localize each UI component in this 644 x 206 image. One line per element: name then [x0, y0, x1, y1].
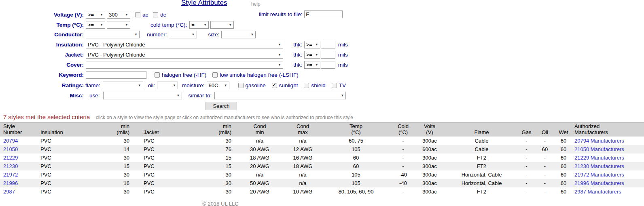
flame-select[interactable]: ▼: [103, 82, 143, 89]
style-number-link[interactable]: 21050: [3, 146, 18, 152]
table-row: 21050PVC14PVC7630 AWG12 AWG105-600acCabl…: [0, 145, 644, 153]
table-cell: 60: [322, 162, 390, 170]
table-cell: -: [390, 187, 416, 196]
keyword-label: Keyword:: [0, 72, 84, 78]
table-cell: n/a: [284, 137, 322, 145]
page: Style Attributes help Voltage (V): >=▼ 3…: [0, 0, 644, 206]
ratings-row: Ratings: flame: ▼ oil: ▼ moisture: 60C▼ …: [0, 81, 465, 89]
table-row: 20794PVC30PVC30n/an/a60, 75-300acCable--…: [0, 137, 644, 145]
manufacturers-link[interactable]: 21996 Manufacturers: [574, 180, 624, 186]
cover-select[interactable]: ▼: [86, 61, 283, 69]
table-cell: 14: [103, 145, 133, 153]
style-number-link[interactable]: 21229: [3, 155, 18, 161]
table-cell: 2987 Manufacturers: [570, 187, 644, 196]
table-cell: 21230: [0, 162, 38, 170]
cover-mils-label: mils: [338, 62, 348, 68]
use-select[interactable]: ▼: [103, 92, 182, 99]
manufacturers-link[interactable]: 21229 Manufacturers: [574, 155, 624, 161]
dc-checkbox[interactable]: [153, 12, 158, 17]
table-cell: 300ac: [416, 179, 443, 187]
cover-thk-op-select[interactable]: >=▼: [304, 61, 320, 69]
chevron-down-icon: ▼: [100, 13, 103, 17]
misc-row: Misc: use: ▼ similar to: ▼: [0, 91, 465, 99]
col-header: Jacket: [133, 122, 206, 137]
table-cell: 21050: [0, 145, 38, 153]
voltage-op-select[interactable]: >=▼: [86, 11, 105, 19]
sunlight-checkbox[interactable]: [272, 83, 277, 88]
chevron-down-icon: ▼: [203, 23, 207, 27]
style-number-link[interactable]: 2987: [3, 189, 15, 195]
insulation-thk-input[interactable]: [321, 41, 335, 48]
insulation-row: Insulation: PVC - Polyvinyl Chloride▼ th…: [0, 40, 465, 48]
limit-results-input[interactable]: [304, 11, 343, 18]
col-header: Condmax: [284, 122, 322, 137]
col-header: Temp(°C): [322, 122, 390, 137]
oil-label: oil:: [148, 82, 155, 88]
col-header: min(mils): [206, 122, 235, 137]
chevron-down-icon: ▼: [229, 23, 232, 27]
jacket-select[interactable]: PVC - Polyvinyl Chloride▼: [86, 51, 283, 59]
table-cell: 60: [557, 187, 570, 196]
table-cell: PVC: [133, 145, 206, 153]
shield-checkbox[interactable]: [304, 83, 309, 88]
manufacturers-link[interactable]: 21050 Manufacturers: [574, 146, 624, 152]
table-cell: 21230 Manufacturers: [570, 162, 644, 170]
help-link[interactable]: help: [251, 1, 261, 7]
table-cell: -: [390, 145, 416, 153]
gasoline-checkbox[interactable]: [238, 83, 244, 88]
tv-checkbox[interactable]: [332, 83, 337, 88]
conductor-size-select[interactable]: ▼: [221, 31, 256, 38]
table-cell: 60: [557, 153, 570, 162]
insulation-value: PVC - Polyvinyl Chloride: [88, 42, 145, 48]
table-row: 21230PVC15PVC1520 AWG18 AWG60-300acFT2--…: [0, 162, 644, 170]
page-title[interactable]: Style Attributes: [181, 0, 227, 7]
manufacturers-link[interactable]: 2987 Manufacturers: [574, 189, 621, 195]
low-smoke-halogen-free-checkbox[interactable]: [212, 72, 218, 78]
manufacturers-link[interactable]: 20794 Manufacturers: [574, 138, 624, 144]
sunlight-label: sunlight: [279, 82, 298, 88]
conductor-number-select[interactable]: ▼: [169, 31, 197, 38]
manufacturers-link[interactable]: 21230 Manufacturers: [574, 163, 624, 169]
ratings-label: Ratings:: [0, 82, 84, 88]
table-cell: 60: [557, 162, 570, 170]
similar-to-select[interactable]: ▼: [214, 92, 346, 99]
chevron-down-icon: ▼: [250, 33, 254, 36]
table-cell: -: [520, 137, 533, 145]
table-cell: n/a: [284, 170, 322, 179]
insulation-select[interactable]: PVC - Polyvinyl Chloride▼: [86, 41, 283, 48]
temp-value-select[interactable]: ▼: [107, 21, 130, 29]
style-number-link[interactable]: 21972: [3, 172, 18, 178]
oil-select[interactable]: ▼: [157, 82, 178, 89]
style-number-link[interactable]: 21996: [3, 180, 18, 186]
table-cell: 21996 Manufacturers: [570, 179, 644, 187]
chevron-down-icon: ▼: [192, 33, 195, 36]
style-number-link[interactable]: 21230: [3, 163, 18, 169]
voltage-op-value: >=: [88, 12, 94, 18]
table-cell: -: [533, 170, 557, 179]
table-cell: -: [390, 137, 416, 145]
cold-temp-value-select[interactable]: ▼: [210, 21, 234, 29]
temp-op-select[interactable]: >=▼: [86, 21, 105, 29]
moisture-select[interactable]: 60C▼: [207, 82, 229, 89]
table-cell: 21996: [0, 179, 38, 187]
style-number-link[interactable]: 20794: [3, 138, 18, 144]
insulation-thk-op-select[interactable]: >=▼: [304, 41, 320, 48]
jacket-thk-input[interactable]: [321, 51, 335, 59]
keyword-input[interactable]: [86, 71, 146, 79]
table-cell: -: [520, 170, 533, 179]
voltage-value-select[interactable]: 300▼: [107, 11, 130, 19]
ac-checkbox[interactable]: [135, 12, 140, 17]
temp-row: Temp (°C): >=▼ ▼ cold temp (°C): =▼ ▼: [0, 21, 465, 29]
cover-thk-input[interactable]: [321, 61, 335, 69]
results-table: StyleNumberInsulationmin(mils)Jacketmin(…: [0, 122, 644, 196]
col-header: Gas: [520, 122, 533, 137]
conductor-row: Conductor: ▼ number: ▼ size: ▼: [0, 30, 465, 38]
table-cell: 60: [557, 179, 570, 187]
manufacturers-link[interactable]: 21972 Manufacturers: [574, 172, 624, 178]
halogen-free-checkbox[interactable]: [155, 72, 160, 78]
dc-checkbox-label: dc: [160, 12, 166, 18]
conductor-select[interactable]: ▼: [86, 31, 140, 38]
cold-temp-op-select[interactable]: =▼: [189, 21, 209, 29]
jacket-thk-op-select[interactable]: >=▼: [304, 51, 320, 59]
search-button[interactable]: Search: [205, 102, 237, 110]
